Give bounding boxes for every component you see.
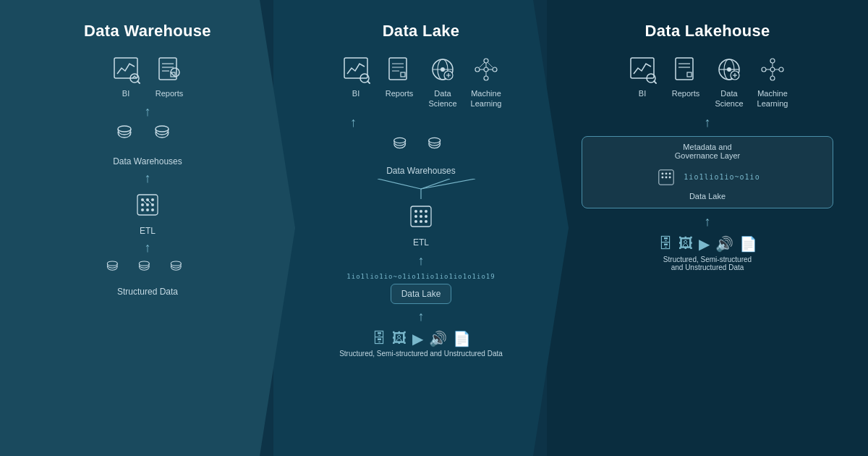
video-icon: ▶ <box>412 330 423 347</box>
doc-icon: 📄 <box>453 330 471 347</box>
lake-dw-label: Data Warehouses <box>386 166 456 176</box>
structured-data-item: Structured Data <box>106 258 190 298</box>
svg-point-52 <box>429 138 441 143</box>
svg-point-65 <box>420 220 422 223</box>
svg-point-62 <box>420 215 422 218</box>
svg-point-51 <box>394 138 406 143</box>
svg-point-83 <box>779 67 783 72</box>
lake-ml-icon <box>470 54 502 85</box>
lakehouse-reports-label: Reports <box>672 88 700 98</box>
structured-icons <box>106 258 190 279</box>
svg-point-95 <box>665 176 668 178</box>
lakehouse-panel: Data Lakehouse BI <box>547 0 868 456</box>
reports-label: Reports <box>156 88 184 98</box>
lake-reports-item: Reports <box>383 54 415 109</box>
svg-point-43 <box>484 76 488 80</box>
metadata-governance-box: Metadata andGovernance Layer 1io1lio1io~… <box>582 136 833 208</box>
lake-reports-label: Reports <box>386 88 414 98</box>
etl-label: ETL <box>140 226 156 236</box>
lakehouse-bi-label: BI <box>639 88 646 98</box>
svg-line-2 <box>137 81 140 83</box>
svg-point-13 <box>151 198 154 201</box>
svg-point-60 <box>425 210 427 213</box>
etl-item: ETL <box>132 189 163 237</box>
svg-point-64 <box>414 220 417 223</box>
lake-datalake-box: Data Lake <box>391 284 452 304</box>
lake-dw-item: Data Warehouses <box>386 135 456 177</box>
svg-point-23 <box>139 261 149 266</box>
svg-point-42 <box>493 67 497 72</box>
lake-arrow-up-dl: ↑ <box>418 253 425 269</box>
bi-label: BI <box>122 88 129 98</box>
lake-datascience-label: DataScience <box>428 88 456 109</box>
lake-bi-item: BI <box>340 54 372 109</box>
svg-point-61 <box>414 215 417 218</box>
metadata-etl-icon <box>655 166 678 189</box>
lakehouse-arrow-2: ↑ <box>705 214 711 229</box>
svg-point-93 <box>669 172 671 174</box>
lake-connector-svg <box>349 179 493 199</box>
svg-point-9 <box>156 126 169 132</box>
svg-point-66 <box>425 220 427 223</box>
data-warehouses-item: Data Warehouses <box>113 122 182 168</box>
svg-line-27 <box>367 81 370 83</box>
svg-line-49 <box>480 63 484 67</box>
svg-point-24 <box>171 261 181 266</box>
lake-ml-item: MachineLearning <box>470 54 502 109</box>
image-icon: 🖼 <box>392 330 407 347</box>
structured-data-label: Structured Data <box>117 287 178 297</box>
reports-icon-item: Reports <box>153 54 185 98</box>
svg-point-63 <box>425 215 427 218</box>
audio-icon: 🔊 <box>429 330 447 347</box>
lakehouse-db-icon: 🗄 <box>658 235 673 253</box>
svg-rect-0 <box>114 58 137 78</box>
svg-point-44 <box>484 67 488 72</box>
lakehouse-ml-icon <box>757 54 788 85</box>
svg-point-84 <box>770 76 775 80</box>
svg-point-8 <box>118 126 131 132</box>
lakehouse-ml-label: MachineLearning <box>757 88 788 109</box>
svg-point-96 <box>669 176 671 178</box>
svg-point-19 <box>151 208 154 211</box>
svg-line-55 <box>421 179 475 189</box>
lake-bi-icon <box>340 54 372 85</box>
svg-line-69 <box>654 81 656 83</box>
svg-point-77 <box>727 67 731 72</box>
svg-rect-67 <box>631 58 654 78</box>
lake-datalake-label: Data Lake <box>401 289 441 299</box>
lake-data-icons: 🗄 🖼 ▶ 🔊 📄 <box>372 330 471 347</box>
lake-wave-text: 1io1lio1io~o1io11io1io1io1o1io19 <box>291 273 551 280</box>
lakehouse-ml-item: MachineLearning <box>757 54 788 109</box>
svg-line-54 <box>421 179 450 189</box>
lakehouse-audio-icon: 🔊 <box>715 235 733 253</box>
lakehouse-doc-icon: 📄 <box>739 235 757 253</box>
lakehouse-ds-item: DataScience <box>713 54 745 109</box>
svg-rect-73 <box>687 72 692 77</box>
lakehouse-reports-icon <box>670 54 702 85</box>
lake-etl-item: ETL <box>405 200 437 249</box>
svg-point-85 <box>770 67 775 72</box>
svg-point-41 <box>484 59 488 63</box>
lake-etl-label: ETL <box>413 237 429 248</box>
lake-reports-icon <box>383 54 415 85</box>
svg-point-81 <box>762 67 766 72</box>
lakehouse-ds-icon <box>713 54 745 85</box>
metadata-label: Metadata andGovernance Layer <box>675 143 741 160</box>
lake-structured-label: Structured, Semi-structured and Unstruct… <box>339 350 503 358</box>
lake-title: Data Lake <box>383 22 460 41</box>
lakehouse-top-icons: BI Reports <box>626 54 788 109</box>
arrow-dw-to-icons: ↑ <box>145 104 151 119</box>
data-warehouses-label: Data Warehouses <box>113 156 182 166</box>
database-icon: 🗄 <box>372 330 386 347</box>
svg-point-82 <box>770 59 775 63</box>
lakehouse-reports-item: Reports <box>670 54 702 109</box>
svg-line-50 <box>488 63 493 67</box>
svg-point-22 <box>107 261 117 266</box>
svg-point-94 <box>662 176 664 178</box>
lakehouse-img-icon: 🖼 <box>678 235 693 253</box>
lake-arrow-up-struc: ↑ <box>418 309 425 324</box>
bi-icon <box>110 54 142 85</box>
lake-bi-label: BI <box>352 88 359 98</box>
warehouse-title: Data Warehouse <box>84 22 211 41</box>
bi-icon-item: BI <box>110 54 142 98</box>
